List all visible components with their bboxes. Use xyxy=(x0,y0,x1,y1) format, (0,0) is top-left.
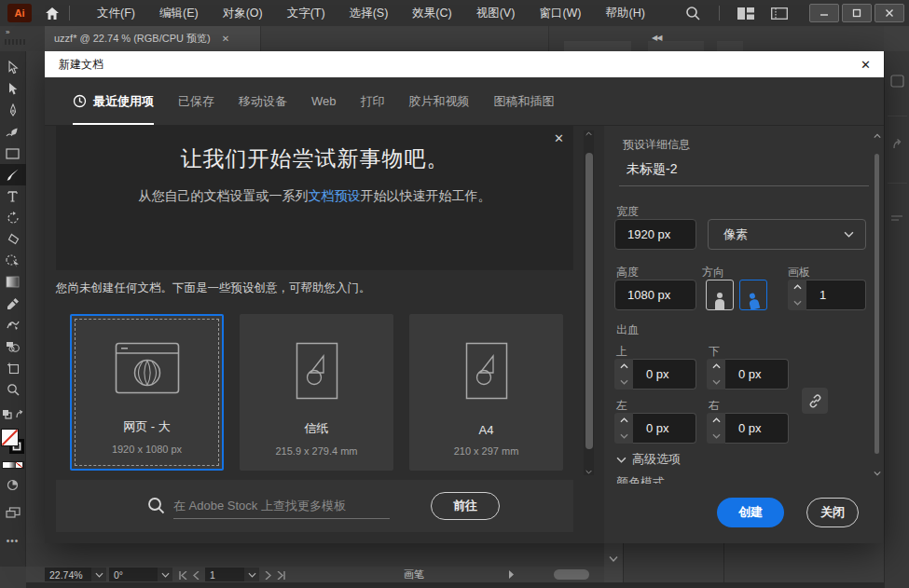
canvas-area[interactable] xyxy=(26,543,604,567)
rectangle-tool[interactable] xyxy=(0,143,26,164)
status-expand-icon[interactable] xyxy=(508,570,515,579)
tab-art-illustration[interactable]: 图稿和插图 xyxy=(494,77,555,125)
paintbrush-tool[interactable] xyxy=(0,164,26,185)
toolbar-grip-handle[interactable] xyxy=(5,39,27,45)
minimize-button[interactable] xyxy=(809,4,839,22)
eraser-tool[interactable] xyxy=(0,228,26,250)
last-artboard-icon[interactable] xyxy=(277,567,286,583)
eyedropper-tool[interactable] xyxy=(0,293,26,314)
bleed-bottom-stepper[interactable] xyxy=(707,359,725,390)
bleed-top-stepper[interactable] xyxy=(614,359,633,390)
artboard-stepper[interactable] xyxy=(788,280,806,310)
menu-window[interactable]: 窗口(W) xyxy=(527,0,593,26)
orientation-landscape-button[interactable] xyxy=(739,280,767,310)
curvature-tool[interactable] xyxy=(0,121,26,143)
tab-web[interactable]: Web xyxy=(311,77,337,125)
maximize-button[interactable] xyxy=(842,4,872,22)
dialog-close-icon[interactable]: ✕ xyxy=(861,58,871,72)
zoom-dropdown-icon[interactable] xyxy=(91,567,106,581)
close-button[interactable]: 关闭 xyxy=(806,498,859,527)
vertical-scrollbar-end[interactable] xyxy=(604,543,623,582)
collapse-toolbar-icon[interactable]: » xyxy=(6,28,8,36)
menu-view[interactable]: 视图(V) xyxy=(464,0,528,26)
dock-panel-icon[interactable] xyxy=(890,209,903,226)
menu-type[interactable]: 文字(T) xyxy=(275,0,337,26)
rotation-dropdown-icon[interactable] xyxy=(158,567,172,581)
artboard-dropdown-icon[interactable] xyxy=(244,567,259,581)
previous-artboard-icon[interactable] xyxy=(193,567,200,583)
banner-close-icon[interactable]: ✕ xyxy=(554,131,564,145)
bleed-right-input[interactable]: 0 px xyxy=(725,413,789,444)
document-tab-close-icon[interactable]: ✕ xyxy=(222,34,229,44)
workspace-switcher-icon[interactable] xyxy=(771,7,788,20)
tab-recent[interactable]: 最近使用项 xyxy=(73,77,154,125)
screen-mode-icon[interactable] xyxy=(0,501,26,523)
document-name-input[interactable]: 未标题-2 xyxy=(627,161,677,178)
menu-effect[interactable]: 效果(C) xyxy=(400,0,463,26)
type-tool[interactable] xyxy=(0,185,26,207)
gradient-swatch[interactable] xyxy=(9,462,16,468)
close-window-button[interactable] xyxy=(875,4,904,22)
dock-panel-icon[interactable] xyxy=(890,75,904,91)
rotate-tool[interactable] xyxy=(0,207,26,228)
artboard-tool[interactable] xyxy=(0,357,26,378)
stepper-up-icon[interactable] xyxy=(788,280,806,295)
rotation-field[interactable]: 0° xyxy=(109,567,158,581)
unit-select[interactable]: 像素 xyxy=(708,219,866,250)
menu-object[interactable]: 对象(O) xyxy=(211,0,275,26)
tab-film-video[interactable]: 胶片和视频 xyxy=(409,77,470,125)
preset-card-letter[interactable]: 信纸 215.9 x 279.4 mm xyxy=(240,314,393,471)
link-bleed-values-button[interactable] xyxy=(802,388,828,414)
first-artboard-icon[interactable] xyxy=(178,567,187,583)
horizontal-scrollbar[interactable] xyxy=(520,567,604,582)
advanced-options-toggle[interactable]: 高级选项 xyxy=(616,451,681,468)
next-artboard-icon[interactable] xyxy=(265,567,271,583)
orientation-portrait-button[interactable] xyxy=(706,280,734,310)
tab-print[interactable]: 打印 xyxy=(361,77,385,125)
color-mode-bar[interactable] xyxy=(2,461,24,469)
home-icon[interactable] xyxy=(45,7,60,21)
bleed-bottom-input[interactable]: 0 px xyxy=(725,359,789,390)
artboard-count-input[interactable]: 1 xyxy=(806,280,866,310)
tab-saved[interactable]: 已保存 xyxy=(178,77,214,125)
search-icon[interactable] xyxy=(685,6,701,21)
width-input[interactable]: 1920 px xyxy=(614,219,696,250)
dock-panel-icon[interactable] xyxy=(890,136,904,154)
details-scrollbar-thumb[interactable] xyxy=(875,154,879,454)
preset-card-web-large[interactable]: 网页 - 大 1920 x 1080 px xyxy=(70,314,224,471)
tab-mobile[interactable]: 移动设备 xyxy=(239,77,287,125)
go-button[interactable]: 前往 xyxy=(431,492,500,520)
zoom-level-field[interactable]: 22.74% xyxy=(45,567,91,581)
bleed-top-input[interactable]: 0 px xyxy=(633,359,696,390)
height-input[interactable]: 1080 px xyxy=(614,280,696,310)
artboard-number-field[interactable]: 1 xyxy=(205,567,244,581)
bleed-left-stepper[interactable] xyxy=(614,413,633,444)
details-scrollbar[interactable] xyxy=(874,133,881,476)
document-presets-link[interactable]: 文档预设 xyxy=(309,188,361,203)
menu-file[interactable]: 文件(F) xyxy=(85,0,147,26)
none-swatch[interactable] xyxy=(16,462,22,468)
zoom-tool[interactable] xyxy=(0,378,26,400)
document-tab[interactable]: uzzf* @ 22.74 % (RGB/CPU 预览) ✕ xyxy=(45,26,261,51)
bleed-right-stepper[interactable] xyxy=(707,413,725,444)
content-scrollbar-thumb[interactable] xyxy=(585,153,593,449)
horizontal-scrollbar-thumb[interactable] xyxy=(554,569,589,580)
bleed-left-input[interactable]: 0 px xyxy=(633,413,696,444)
shape-builder-tool[interactable] xyxy=(0,250,26,271)
direct-selection-tool[interactable] xyxy=(0,78,26,100)
preset-card-a4[interactable]: A4 210 x 297 mm xyxy=(409,314,563,471)
menu-edit[interactable]: 编辑(E) xyxy=(147,0,211,26)
gradient-tool[interactable] xyxy=(0,271,26,293)
color-swatch-white[interactable] xyxy=(3,462,9,468)
menu-help[interactable]: 帮助(H) xyxy=(594,0,657,26)
fill-stroke-swatches[interactable] xyxy=(1,429,25,457)
menu-select[interactable]: 选择(S) xyxy=(337,0,401,26)
arrange-documents-icon[interactable] xyxy=(737,7,754,20)
stock-search-input[interactable] xyxy=(173,493,390,519)
more-tools-icon[interactable]: ••• xyxy=(7,536,20,546)
swap-fill-stroke-icon[interactable] xyxy=(0,403,26,425)
stepper-down-icon[interactable] xyxy=(788,295,806,311)
blend-tool[interactable] xyxy=(0,335,26,357)
symmetry-tool[interactable] xyxy=(0,314,26,335)
selection-tool[interactable] xyxy=(0,57,26,78)
